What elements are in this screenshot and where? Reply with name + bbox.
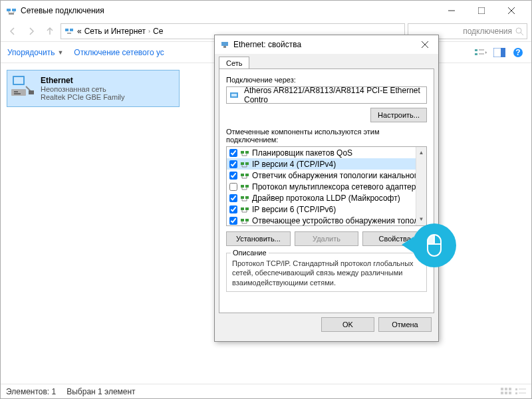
component-label: Отвечающее устройство обнаружения тополо… — [252, 216, 426, 225]
breadcrumb-part1[interactable]: Сеть и Интернет — [84, 27, 146, 36]
disable-device-button[interactable]: Отключение сетевого ус — [74, 48, 164, 57]
adapter-ethernet[interactable]: Ethernet Неопознанная сеть Realtek PCIe … — [7, 70, 180, 107]
svg-rect-49 — [241, 162, 244, 165]
svg-rect-0 — [7, 9, 11, 11]
mouse-icon — [422, 232, 446, 259]
cancel-button[interactable]: Отмена — [378, 317, 432, 332]
back-button[interactable] — [5, 23, 21, 39]
configure-button[interactable]: Настроить... — [370, 108, 427, 122]
svg-rect-14 — [475, 49, 477, 51]
scroll-up-button[interactable]: ▲ — [416, 147, 426, 158]
svg-rect-15 — [475, 53, 477, 55]
mouse-hint-callout — [412, 223, 456, 267]
adapter-name: Ethernet — [41, 76, 125, 85]
svg-rect-32 — [505, 392, 507, 394]
svg-rect-50 — [245, 162, 249, 165]
view-large-icon[interactable] — [515, 388, 526, 396]
scroll-down-button[interactable]: ▼ — [416, 213, 426, 224]
component-checkbox[interactable] — [229, 160, 237, 168]
svg-rect-43 — [231, 94, 237, 96]
component-row[interactable]: IP версии 6 (TCP/IPv6) — [227, 203, 426, 215]
help-button[interactable]: ? — [511, 46, 525, 59]
breadcrumb-prefix: « — [77, 27, 82, 36]
svg-rect-6 — [478, 7, 485, 14]
component-row[interactable]: Отвечающее устройство обнаружения тополо… — [227, 215, 426, 225]
svg-rect-25 — [14, 91, 18, 92]
close-button[interactable] — [496, 1, 526, 20]
component-checkbox[interactable] — [229, 149, 237, 157]
ethernet-adapter-icon — [10, 73, 37, 100]
tab-network[interactable]: Сеть — [219, 57, 249, 69]
view-details-icon[interactable] — [501, 388, 511, 396]
component-checkbox[interactable] — [229, 183, 237, 191]
chevron-right-icon: › — [148, 28, 150, 35]
component-label: IP версии 6 (TCP/IPv6) — [252, 205, 336, 214]
preview-pane-button[interactable] — [493, 46, 506, 59]
svg-rect-24 — [11, 89, 26, 96]
svg-rect-19 — [501, 48, 505, 57]
dialog-title: Ethernet: свойства — [233, 40, 417, 49]
svg-rect-60 — [245, 185, 249, 188]
search-placeholder: подключения — [463, 27, 512, 36]
chevron-down-icon: ▼ — [57, 49, 63, 56]
component-row[interactable]: IP версии 4 (TCP/IPv4) — [227, 158, 426, 170]
forward-button[interactable] — [23, 23, 39, 39]
view-dropdown[interactable] — [474, 46, 487, 59]
description-group: Описание Протокол TCP/IP. Стандартный пр… — [226, 253, 427, 292]
organize-menu[interactable]: Упорядочить ▼ — [7, 48, 63, 57]
component-row[interactable]: Протокол мультиплексора сетевого адаптер… — [227, 181, 426, 192]
dialog-close-button[interactable] — [417, 38, 433, 51]
up-button[interactable] — [42, 23, 58, 39]
svg-rect-44 — [241, 151, 244, 154]
svg-rect-27 — [29, 90, 34, 94]
component-row[interactable]: Ответчик обнаружения топологии канальног… — [227, 170, 426, 181]
component-checkbox[interactable] — [229, 194, 237, 202]
component-checkbox[interactable] — [229, 205, 237, 213]
window-title: Сетевые подключения — [21, 6, 436, 15]
svg-line-13 — [521, 33, 523, 35]
nic-icon — [229, 90, 240, 100]
svg-rect-38 — [221, 42, 228, 46]
svg-rect-69 — [241, 207, 244, 210]
maximize-button[interactable] — [466, 1, 496, 20]
components-list[interactable]: Планировщик пакетов QoSIP версии 4 (TCP/… — [226, 146, 427, 226]
protocol-icon — [240, 183, 249, 191]
svg-rect-2 — [9, 13, 14, 15]
install-button[interactable]: Установить... — [226, 231, 291, 246]
adapter-device-box: Atheros AR8121/AR8113/AR8114 PCI-E Ether… — [226, 86, 427, 104]
component-label: IP версии 4 (TCP/IPv4) — [252, 160, 336, 169]
svg-rect-45 — [245, 151, 249, 154]
svg-rect-39 — [223, 46, 226, 48]
svg-rect-70 — [245, 207, 249, 210]
description-text: Протокол TCP/IP. Стандартный протокол гл… — [232, 259, 421, 287]
svg-rect-10 — [70, 29, 73, 31]
svg-rect-9 — [65, 29, 68, 31]
breadcrumb-icon — [64, 26, 74, 37]
component-row[interactable]: Планировщик пакетов QoS — [227, 147, 426, 158]
svg-rect-54 — [241, 174, 244, 176]
component-label: Драйвер протокола LLDP (Майкрософт) — [252, 194, 400, 203]
component-row[interactable]: Драйвер протокола LLDP (Майкрософт) — [227, 192, 426, 203]
network-icon — [6, 5, 17, 16]
svg-rect-36 — [515, 392, 517, 394]
ethernet-icon — [220, 40, 229, 49]
svg-rect-74 — [241, 219, 244, 221]
svg-rect-64 — [241, 196, 244, 199]
svg-rect-1 — [12, 9, 16, 11]
adapter-text: Ethernet Неопознанная сеть Realtek PCIe … — [41, 73, 125, 104]
svg-rect-34 — [515, 388, 517, 390]
ok-button[interactable]: OK — [321, 317, 374, 332]
svg-rect-23 — [14, 77, 23, 84]
components-label: Отмеченные компоненты используются этим … — [226, 128, 427, 144]
svg-rect-29 — [505, 388, 507, 390]
component-checkbox[interactable] — [229, 172, 237, 180]
protocol-icon — [240, 149, 249, 157]
svg-rect-26 — [14, 93, 21, 94]
scrollbar[interactable]: ▲ ▼ — [416, 147, 426, 225]
titlebar: Сетевые подключения — [1, 1, 531, 21]
component-checkbox[interactable] — [229, 217, 237, 225]
breadcrumb-part2[interactable]: Се — [153, 27, 163, 36]
adapter-status: Неопознанная сеть — [41, 85, 125, 93]
minimize-button[interactable] — [436, 1, 466, 20]
remove-button: Удалить — [295, 231, 359, 246]
